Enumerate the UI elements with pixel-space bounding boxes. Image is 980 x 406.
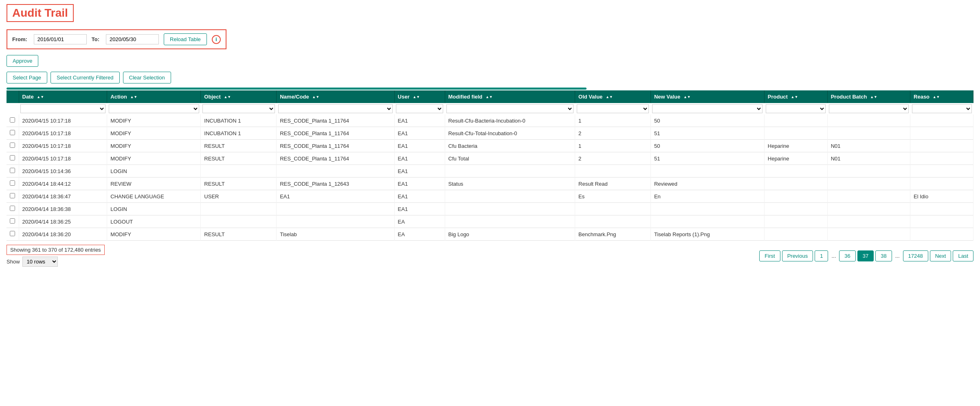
row-oldval [575,203,651,215]
show-rows-select[interactable]: 10 rows25 rows50 rows100 rows [22,257,58,267]
to-input[interactable] [106,34,159,44]
col-date: Date ▲▼ [19,90,107,103]
row-oldval [575,215,651,228]
row-oldval: 1 [575,140,651,152]
filter-modfield-select[interactable] [446,104,573,113]
page-title: Audit Trail [7,4,74,22]
row-checkbox[interactable] [7,228,19,241]
row-namecode [277,203,394,215]
sort-reason[interactable]: ▲▼ [933,95,940,99]
row-object: RESULT [201,152,277,165]
page-button-1[interactable]: 1 [815,250,828,261]
row-namecode: Tiselab [277,228,394,241]
selection-bar: Select Page Select Currently Filtered Cl… [7,72,973,83]
row-action: REVIEW [107,178,201,190]
row-modfield: Status [445,178,575,190]
row-product [764,215,827,228]
page-button-37[interactable]: 37 [857,250,874,261]
row-date: 2020/04/15 10:14:36 [19,165,107,178]
filter-oldval-select[interactable] [577,104,649,113]
page-button-36[interactable]: 36 [839,250,855,261]
row-oldval: Benchmark.Png [575,228,651,241]
row-newval: 51 [650,127,764,140]
row-product [764,228,827,241]
sort-action[interactable]: ▲▼ [130,95,137,99]
filter-newval-select[interactable] [652,104,762,113]
filter-action-select[interactable] [109,104,199,113]
row-user: EA1 [394,140,445,152]
select-filtered-button[interactable]: Select Currently Filtered [51,72,119,83]
select-page-button[interactable]: Select Page [7,72,47,83]
row-user: EA1 [394,203,445,215]
row-object: INCUBATION 1 [201,114,277,127]
show-label: Show [7,259,20,265]
row-checkbox[interactable] [7,114,19,127]
row-checkbox[interactable] [7,203,19,215]
sort-namecode[interactable]: ▲▼ [312,95,319,99]
sort-modfield[interactable]: ▲▼ [486,95,493,99]
filter-prodbatch-select[interactable] [829,104,908,113]
row-object: RESULT [201,228,277,241]
page-button-38[interactable]: 38 [875,250,892,261]
row-namecode: RES_CODE_Planta 1_11764 [277,152,394,165]
row-reason [910,114,973,127]
previous-button[interactable]: Previous [782,250,813,261]
info-icon[interactable]: i [212,35,221,44]
row-checkbox[interactable] [7,152,19,165]
row-prodbatch [827,165,910,178]
page-button-17248[interactable]: 17248 [903,250,928,261]
filter-reason-select[interactable] [912,104,972,113]
row-user: EA1 [394,114,445,127]
row-product: Heparine [764,140,827,152]
row-product [764,178,827,190]
first-button[interactable]: First [759,250,780,261]
row-newval: Reviewed [650,178,764,190]
row-object: RESULT [201,178,277,190]
table-body: 2020/04/15 10:17:18 MODIFY INCUBATION 1 … [7,114,973,241]
from-label: From: [12,36,27,42]
row-object: INCUBATION 1 [201,127,277,140]
reload-button[interactable]: Reload Table [164,33,207,45]
row-action: LOGIN [107,165,201,178]
row-oldval: Result Read [575,178,651,190]
sort-date[interactable]: ▲▼ [37,95,44,99]
row-modfield: Cfu Total [445,152,575,165]
row-checkbox[interactable] [7,165,19,178]
sort-object[interactable]: ▲▼ [224,95,231,99]
row-checkbox[interactable] [7,178,19,190]
row-reason [910,215,973,228]
filter-object-select[interactable] [202,104,275,113]
row-checkbox[interactable] [7,190,19,203]
last-button[interactable]: Last [953,250,973,261]
from-input[interactable] [34,34,87,44]
row-checkbox[interactable] [7,140,19,152]
table-row: 2020/04/15 10:17:18 MODIFY RESULT RES_CO… [7,152,973,165]
sort-oldval[interactable]: ▲▼ [606,95,613,99]
row-object [201,215,277,228]
scroll-indicator [7,88,587,90]
row-checkbox[interactable] [7,215,19,228]
row-user: EA1 [394,178,445,190]
approve-button[interactable]: Approve [7,55,38,67]
sort-product[interactable]: ▲▼ [791,95,798,99]
row-oldval: Es [575,190,651,203]
table-row: 2020/04/14 18:36:47 CHANGE LANGUAGE USER… [7,190,973,203]
row-product: Heparine [764,152,827,165]
filter-user-select[interactable] [396,104,443,113]
table-row: 2020/04/14 18:36:20 MODIFY RESULT Tisela… [7,228,973,241]
sort-user[interactable]: ▲▼ [413,95,420,99]
row-object: RESULT [201,140,277,152]
col-modfield: Modified field ▲▼ [445,90,575,103]
next-button[interactable]: Next [930,250,951,261]
filter-product-select[interactable] [766,104,826,113]
filter-date-select[interactable] [20,104,105,113]
filter-bar: From: To: Reload Table i [7,29,226,49]
filter-namecode-select[interactable] [278,104,393,113]
sort-newval[interactable]: ▲▼ [683,95,691,99]
row-oldval: 2 [575,127,651,140]
row-product [764,190,827,203]
row-checkbox[interactable] [7,127,19,140]
sort-prodbatch[interactable]: ▲▼ [870,95,877,99]
row-prodbatch [827,178,910,190]
clear-selection-button[interactable]: Clear Selection [123,72,171,83]
